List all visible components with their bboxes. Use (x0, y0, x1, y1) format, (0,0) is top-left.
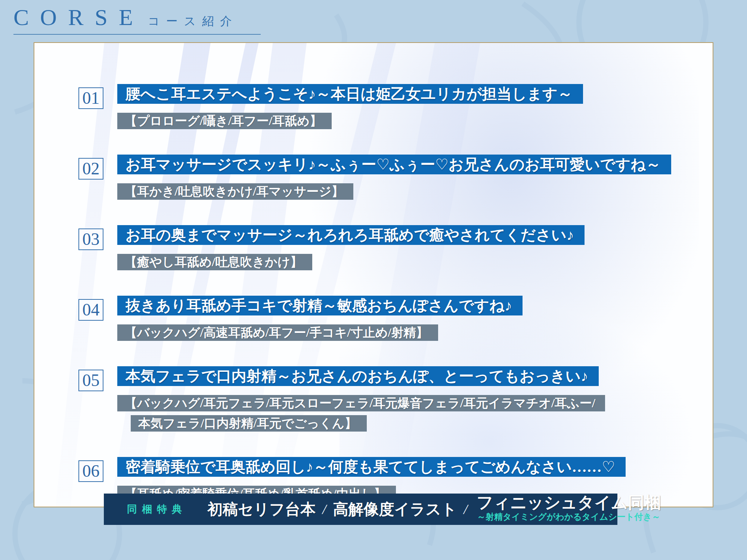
bonus-label: 同梱特典 (127, 503, 187, 516)
course-title-banner: 本気フェラで口内射精～お兄さんのおちんぽ、とーってもおっきい♪ (117, 366, 599, 386)
bonus-feature: フィニッシュタイム同梱 ～射精タイミングがわかるタイムシート付き～ (477, 495, 661, 522)
bonus-item-illustration: 高解像度イラスト (333, 499, 457, 520)
bonus-separator: / (322, 501, 326, 517)
course-number: 01 (78, 87, 103, 109)
course-title-banner: 密着騎乗位で耳奥舐め回し♪～何度も果ててしまってごめんなさい……♡ (117, 457, 626, 477)
bonus-feature-title: フィニッシュタイム同梱 (477, 495, 661, 511)
course-tags: 【癒やし耳舐め/吐息吹きかけ】 (117, 254, 312, 270)
page-header: CORSE コース紹介 (13, 5, 261, 35)
course-card: 01 腰へこ耳エステへようこそ♪～本日は姫乙女ユリカが担当します～ 【プロローグ… (34, 42, 713, 507)
course-title-banner: 抜きあり耳舐め手コキで射精～敏感おちんぽさんですね♪ (117, 296, 523, 315)
course-item-03: 03 お耳の奥までマッサージ～れろれろ耳舐めで癒やされてください♪ 【癒やし耳舐… (78, 225, 698, 270)
course-number: 02 (78, 158, 103, 180)
course-number: 06 (78, 460, 103, 482)
page-title-ja: コース紹介 (148, 15, 238, 28)
bonus-bar: 同梱特典 初稿セリフ台本 / 高解像度イラスト / フィニッシュタイム同梱 ～射… (104, 494, 617, 525)
course-title-banner: 腰へこ耳エステへようこそ♪～本日は姫乙女ユリカが担当します～ (117, 84, 583, 104)
course-tags: 本気フェラ/口内射精/耳元でごっくん】 (131, 415, 367, 432)
bonus-separator: / (464, 501, 468, 517)
course-item-02: 02 お耳マッサージでスッキリ♪～ふぅー♡ふぅー♡お兄さんのお耳可愛いですね～ … (78, 155, 698, 200)
course-tags: 【プロローグ/囁き/耳フー/耳舐め】 (117, 113, 332, 129)
course-item-05: 05 本気フェラで口内射精～お兄さんのおちんぽ、とーってもおっきい♪ 【バックハ… (78, 366, 698, 432)
course-item-01: 01 腰へこ耳エステへようこそ♪～本日は姫乙女ユリカが担当します～ 【プロローグ… (78, 84, 698, 129)
course-list: 01 腰へこ耳エステへようこそ♪～本日は姫乙女ユリカが担当します～ 【プロローグ… (78, 84, 698, 528)
page-title-en: CORSE (13, 4, 144, 30)
bonus-item-script: 初稿セリフ台本 (207, 499, 316, 520)
course-tags: 【耳かき/吐息吹きかけ/耳マッサージ】 (117, 183, 353, 200)
course-tags: 【バックハグ/高速耳舐め/耳フー/手コキ/寸止め/射精】 (117, 324, 438, 341)
course-number: 05 (78, 370, 103, 391)
course-number: 04 (78, 299, 103, 321)
course-number: 03 (78, 228, 103, 250)
course-item-04: 04 抜きあり耳舐め手コキで射精～敏感おちんぽさんですね♪ 【バックハグ/高速耳… (78, 296, 698, 341)
course-title-banner: お耳の奥までマッサージ～れろれろ耳舐めで癒やされてください♪ (117, 225, 585, 245)
course-tags: 【バックハグ/耳元フェラ/耳元スローフェラ/耳元爆音フェラ/耳元イラマチオ/耳ふ… (117, 395, 605, 411)
course-title-banner: お耳マッサージでスッキリ♪～ふぅー♡ふぅー♡お兄さんのお耳可愛いですね～ (117, 155, 671, 174)
bonus-feature-subtitle: ～射精タイミングがわかるタイムシート付き～ (477, 512, 660, 522)
